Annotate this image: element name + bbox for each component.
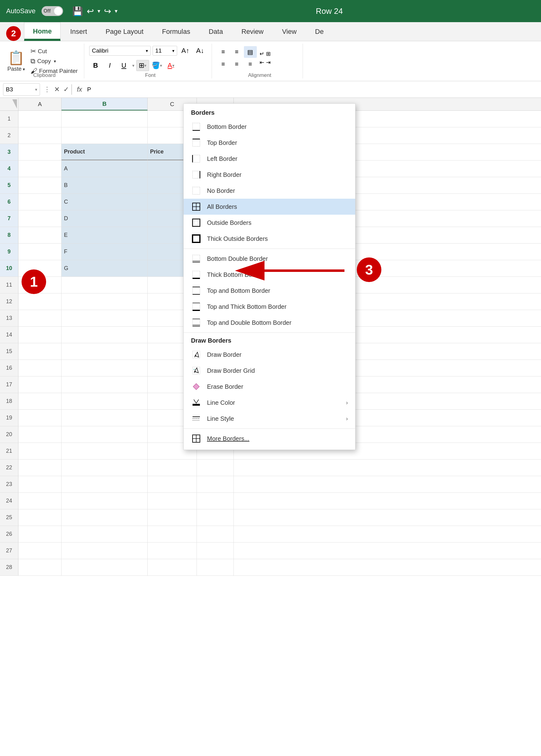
cell-b[interactable] [62,410,148,426]
copy-button[interactable]: ⧉ Copy ▾ [29,57,79,66]
cell-a[interactable] [18,509,62,526]
customize-icon[interactable]: ▾ [115,8,118,14]
cell-b[interactable] [62,310,148,326]
undo-dropdown-icon[interactable]: ▾ [98,8,100,14]
top-thick-bottom-border-item[interactable]: Top and Thick Bottom Border [184,299,355,315]
cell-d[interactable] [197,526,234,542]
cell-c[interactable] [148,526,197,542]
col-header-a[interactable]: A [18,98,62,111]
cell-b[interactable]: D [62,210,148,227]
cell-b[interactable]: E [62,227,148,243]
cell-c[interactable] [148,493,197,509]
wrap-text-button[interactable]: ↵ [259,50,265,58]
align-top-right[interactable]: ▤ [244,46,257,58]
tab-review[interactable]: Review [233,22,272,41]
cell-a[interactable] [18,310,62,326]
cell-a[interactable] [18,111,62,127]
cell-b[interactable] [62,376,148,393]
cell-a[interactable] [18,460,62,476]
borders-dropdown-icon[interactable]: ▾ [144,63,146,68]
bottom-border-item[interactable]: Bottom Border [184,119,355,135]
underline-dropdown-icon[interactable]: ▾ [132,63,134,68]
tab-formulas[interactable]: Formulas [153,22,199,41]
row-number[interactable]: 5 [0,177,18,193]
row-number[interactable]: 26 [0,526,18,542]
cell-a[interactable] [18,194,62,210]
cell-d[interactable] [197,476,234,493]
row-number[interactable]: 13 [0,310,18,326]
cut-button[interactable]: ✂ Cut [29,47,79,56]
font-color-dropdown-icon[interactable]: ▾ [172,63,174,68]
font-family-selector[interactable]: Calibri ▾ [89,46,151,56]
merge-center-button[interactable]: ⊞ [266,50,271,58]
cell-b[interactable] [62,277,148,293]
cell-reference-box[interactable]: B3 ▾ [3,83,40,96]
cell-b[interactable]: G [62,260,148,276]
tab-home[interactable]: Home [24,22,61,41]
undo-icon[interactable]: ↩ [87,6,94,16]
cell-c[interactable] [148,509,197,526]
row-number[interactable]: 14 [0,327,18,343]
cell-a[interactable] [18,227,62,243]
autosave-toggle[interactable]: Off [42,6,63,16]
row-number[interactable]: 16 [0,360,18,376]
row-number[interactable]: 15 [0,343,18,360]
row-number[interactable]: 4 [0,161,18,177]
row-number[interactable]: 17 [0,376,18,393]
cell-a[interactable] [18,526,62,542]
font-grow-button[interactable]: A↑ [179,45,192,56]
cell-a[interactable] [18,493,62,509]
all-borders-item[interactable]: All Borders [184,199,355,215]
font-color-button[interactable]: A ▾ [165,60,178,71]
cell-a[interactable] [18,426,62,443]
cell-c[interactable] [148,559,197,575]
row-number[interactable]: 23 [0,476,18,493]
top-bottom-border-item[interactable]: Top and Bottom Border [184,283,355,299]
cell-b[interactable]: B [62,177,148,193]
row-number[interactable]: 1 [0,111,18,127]
thick-outside-borders-item[interactable]: Thick Outside Borders [184,231,355,247]
row-number[interactable]: 19 [0,410,18,426]
cell-b[interactable]: C [62,194,148,210]
cell-d[interactable] [197,460,234,476]
cell-a[interactable] [18,177,62,193]
align-bottom-right[interactable]: ≡ [244,58,257,70]
cell-a[interactable] [18,144,62,160]
cell-b[interactable] [62,526,148,542]
cell-b[interactable] [62,360,148,376]
row-number[interactable]: 3 [0,144,18,160]
more-borders-item[interactable]: More Borders... [184,431,355,447]
cell-d[interactable] [197,543,234,559]
draw-border-item[interactable]: Draw Border [184,347,355,363]
row-number[interactable]: 27 [0,543,18,559]
cell-b[interactable] [62,460,148,476]
fill-color-button[interactable]: 🪣 ▾ [150,60,163,71]
cell-a[interactable] [18,360,62,376]
row-number[interactable]: 22 [0,460,18,476]
borders-button[interactable]: ⊞ ▾ [136,60,149,71]
save-icon[interactable]: 💾 [72,6,83,16]
row-number[interactable]: 20 [0,426,18,443]
tab-page-layout[interactable]: Page Layout [97,22,153,41]
formula-confirm-icon[interactable]: ✓ [63,86,69,94]
cell-a[interactable] [18,243,62,260]
cell-b[interactable] [62,293,148,310]
cell-b[interactable]: A [62,161,148,177]
row-number[interactable]: 12 [0,293,18,310]
cell-a[interactable] [18,327,62,343]
cell-a[interactable] [18,161,62,177]
bold-button[interactable]: B [89,60,102,71]
top-double-bottom-border-item[interactable]: Top and Double Bottom Border [184,315,355,331]
cell-a[interactable] [18,543,62,559]
fill-dropdown-icon[interactable]: ▾ [160,63,162,68]
cell-a[interactable] [18,559,62,575]
left-border-item[interactable]: Left Border [184,151,355,167]
cell-b[interactable] [62,393,148,409]
row-number[interactable]: 25 [0,509,18,526]
row-number[interactable]: 21 [0,443,18,459]
font-shrink-button[interactable]: A↓ [194,45,207,56]
paste-button[interactable]: 📋 Paste ▾ [5,49,27,74]
row-number[interactable]: 28 [0,559,18,575]
align-top-center[interactable]: ≡ [231,46,243,58]
cell-a[interactable] [18,376,62,393]
